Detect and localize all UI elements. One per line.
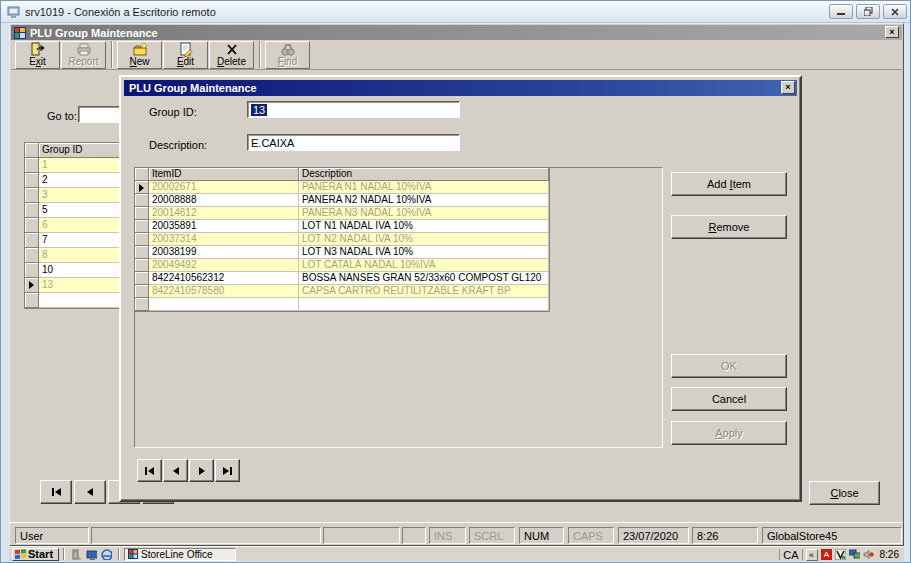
item-description-cell[interactable]: PANERA N2 NADAL 10%IVA <box>299 194 549 207</box>
close-window-button[interactable]: Close <box>809 481 880 505</box>
row-selector[interactable] <box>25 173 39 188</box>
item-row[interactable]: 20014612 PANERA N3 NADAL 10%IVA <box>135 207 549 220</box>
row-selector[interactable] <box>135 181 149 194</box>
item-description-cell[interactable]: CAPSA CARTRÓ REUTILITZABLE KRAFT BP <box>299 285 549 298</box>
description-input[interactable]: E.CAIXA <box>247 134 460 151</box>
exit-button[interactable]: Exit <box>15 41 60 69</box>
app-titlebar: PLU Group Maintenance × <box>11 25 902 40</box>
group-id-input[interactable]: 13 <box>247 101 460 118</box>
status-time: 8:26 <box>692 527 758 544</box>
nav-previous-button[interactable] <box>74 480 106 504</box>
items-panel: ItemID Description 20002671 PANERA N1 NA… <box>134 167 663 448</box>
app-close-button[interactable]: × <box>885 26 899 38</box>
nav-previous-button[interactable] <box>163 459 188 482</box>
row-selector[interactable] <box>25 158 39 173</box>
item-id-cell[interactable]: 8422410578580 <box>149 285 299 298</box>
row-selector[interactable] <box>135 194 149 207</box>
item-row[interactable]: 20049492 LOT CATALÀ NADAL 10%IVA <box>135 259 549 272</box>
remove-button[interactable]: Remove <box>671 215 787 239</box>
rdp-close-button[interactable] <box>883 4 907 19</box>
item-row[interactable]: 20035891 LOT N1 NADAL IVA 10% <box>135 220 549 233</box>
toolbar: Exit Report New <box>11 40 902 70</box>
rdp-restore-button[interactable] <box>856 4 880 19</box>
item-id-cell[interactable]: 20037314 <box>149 233 299 246</box>
item-id-cell[interactable]: 20014612 <box>149 207 299 220</box>
rdp-minimize-button[interactable] <box>829 4 853 19</box>
description-column-header[interactable]: Description <box>299 168 549 181</box>
cancel-button[interactable]: Cancel <box>671 387 787 411</box>
tray-clock[interactable]: 8:26 <box>880 549 899 560</box>
row-selector[interactable] <box>25 248 39 263</box>
row-selector[interactable] <box>135 246 149 259</box>
toolbar-separator <box>111 41 113 68</box>
item-id-cell[interactable]: 8422410562312 <box>149 272 299 285</box>
minimize-icon <box>837 8 845 16</box>
tray-network-icon[interactable] <box>849 549 860 560</box>
nav-last-button[interactable] <box>215 459 240 482</box>
item-description-cell[interactable]: PANERA N1 NADAL 10%IVA <box>299 181 549 194</box>
quicklaunch-display-icon[interactable] <box>86 549 97 560</box>
item-description-cell[interactable]: LOT N1 NADAL IVA 10% <box>299 220 549 233</box>
row-selector[interactable] <box>135 233 149 246</box>
row-selector[interactable] <box>25 263 39 278</box>
group-id-selected-text: 13 <box>251 104 267 116</box>
item-description-cell[interactable]: BOSSA NANSES GRAN 52/33x60 COMPOST GL120 <box>299 272 549 285</box>
tray-antivirus-icon[interactable] <box>835 549 846 560</box>
item-id-cell[interactable]: 20038199 <box>149 246 299 259</box>
language-indicator[interactable]: CA <box>783 549 798 561</box>
quicklaunch-internet-explorer-icon[interactable] <box>101 549 112 560</box>
tray-divider <box>779 549 780 560</box>
taskbar: Start StoreLine Office CA « <box>9 546 904 561</box>
item-description-cell[interactable]: LOT CATALÀ NADAL 10%IVA <box>299 259 549 272</box>
item-id-cell[interactable]: 20049492 <box>149 259 299 272</box>
itemid-column-header[interactable]: ItemID <box>149 168 299 181</box>
item-description-cell[interactable]: LOT N3 NADAL IVA 10% <box>299 246 549 259</box>
item-row[interactable]: 20008888 PANERA N2 NADAL 10%IVA <box>135 194 549 207</box>
start-label: Start <box>28 548 53 560</box>
item-id-cell[interactable]: 20002671 <box>149 181 299 194</box>
binoculars-icon <box>280 42 296 57</box>
row-selector[interactable] <box>25 233 39 248</box>
delete-button[interactable]: Delete <box>209 41 254 69</box>
row-selector[interactable] <box>25 278 39 293</box>
row-selector[interactable] <box>25 218 39 233</box>
add-item-button[interactable]: Add Item <box>671 172 787 196</box>
system-tray: CA « 8:26 <box>779 548 902 561</box>
statusbar: User INS SCRL NUM CAPS 23/07/2020 8:26 G… <box>10 522 903 545</box>
taskbar-storeline-office-button[interactable]: StoreLine Office <box>124 548 236 561</box>
quicklaunch-server-icon[interactable] <box>71 549 82 560</box>
status-panel-blank <box>91 527 321 544</box>
item-row[interactable]: 8422410578580 CAPSA CARTRÓ REUTILITZABLE… <box>135 285 549 298</box>
row-selector[interactable] <box>135 220 149 233</box>
tray-audio-muted-icon[interactable] <box>863 549 874 560</box>
nav-first-button[interactable] <box>137 459 162 482</box>
tray-divider <box>802 549 803 560</box>
item-description-cell[interactable]: LOT N2 NADAL IVA 10% <box>299 233 549 246</box>
item-description-cell[interactable]: PANERA N3 NADAL 10%IVA <box>299 207 549 220</box>
row-selector[interactable] <box>25 188 39 203</box>
edit-button[interactable]: Edit <box>163 41 208 69</box>
row-selector[interactable] <box>135 207 149 220</box>
rdp-session-icon <box>7 5 21 19</box>
item-row[interactable]: 20038199 LOT N3 NADAL IVA 10% <box>135 246 549 259</box>
nav-first-button[interactable] <box>40 480 72 504</box>
start-button[interactable]: Start <box>12 548 59 561</box>
row-selector[interactable] <box>135 259 149 272</box>
row-selector[interactable] <box>25 203 39 218</box>
item-id-cell[interactable]: 20008888 <box>149 194 299 207</box>
item-id-cell[interactable]: 20035891 <box>149 220 299 233</box>
new-button[interactable]: New <box>117 41 162 69</box>
row-selector[interactable] <box>135 285 149 298</box>
dialog-title: PLU Group Maintenance <box>129 82 257 94</box>
item-row[interactable]: 20037314 LOT N2 NADAL IVA 10% <box>135 233 549 246</box>
apply-button: Apply <box>671 421 787 445</box>
tray-chevron-button[interactable]: « <box>806 549 818 561</box>
app-window: PLU Group Maintenance × Exit Report <box>9 23 904 546</box>
nav-next-button[interactable] <box>189 459 214 482</box>
item-row[interactable]: 8422410562312 BOSSA NANSES GRAN 52/33x60… <box>135 272 549 285</box>
tray-adobe-reader-icon[interactable] <box>821 549 832 560</box>
dialog-close-button[interactable]: × <box>781 81 795 94</box>
exit-door-icon <box>30 42 46 57</box>
row-selector[interactable] <box>135 272 149 285</box>
item-row[interactable]: 20002671 PANERA N1 NADAL 10%IVA <box>135 181 549 194</box>
